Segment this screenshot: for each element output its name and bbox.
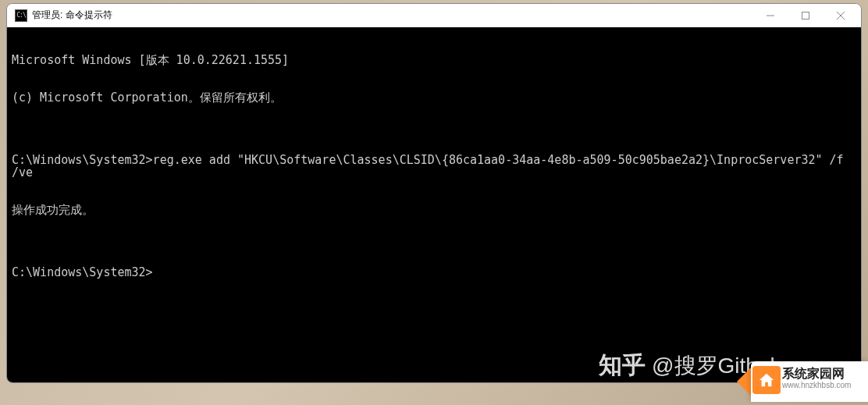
svg-rect-1 [802, 12, 809, 19]
window-title: 管理员: 命令提示符 [32, 9, 752, 22]
terminal-line: Microsoft Windows [版本 10.0.22621.1555] [12, 54, 856, 66]
terminal-output[interactable]: Microsoft Windows [版本 10.0.22621.1555] (… [7, 27, 861, 382]
command-prompt-window: C:\ 管理员: 命令提示符 Microsoft Windows [版本 10.… [6, 3, 862, 383]
window-titlebar[interactable]: C:\ 管理员: 命令提示符 [7, 4, 861, 27]
cmd-icon: C:\ [15, 9, 27, 22]
terminal-prompt: C:\Windows\System32> [12, 266, 856, 279]
badge-body: 系统家园网 www.hnzkhbsb.com [751, 361, 868, 402]
minimize-button[interactable] [752, 4, 788, 27]
close-button[interactable] [823, 4, 858, 27]
terminal-line: 操作成功完成。 [12, 204, 856, 216]
terminal-line: C:\Windows\System32>reg.exe add "HKCU\So… [12, 154, 856, 179]
badge-subtitle: www.hnzkhbsb.com [782, 381, 860, 390]
source-badge: 系统家园网 www.hnzkhbsb.com [751, 358, 868, 405]
terminal-line: (c) Microsoft Corporation。保留所有权利。 [12, 91, 856, 104]
badge-title: 系统家园网 [782, 366, 860, 381]
window-controls [752, 4, 858, 27]
house-icon [752, 366, 781, 394]
maximize-button[interactable] [788, 4, 823, 27]
